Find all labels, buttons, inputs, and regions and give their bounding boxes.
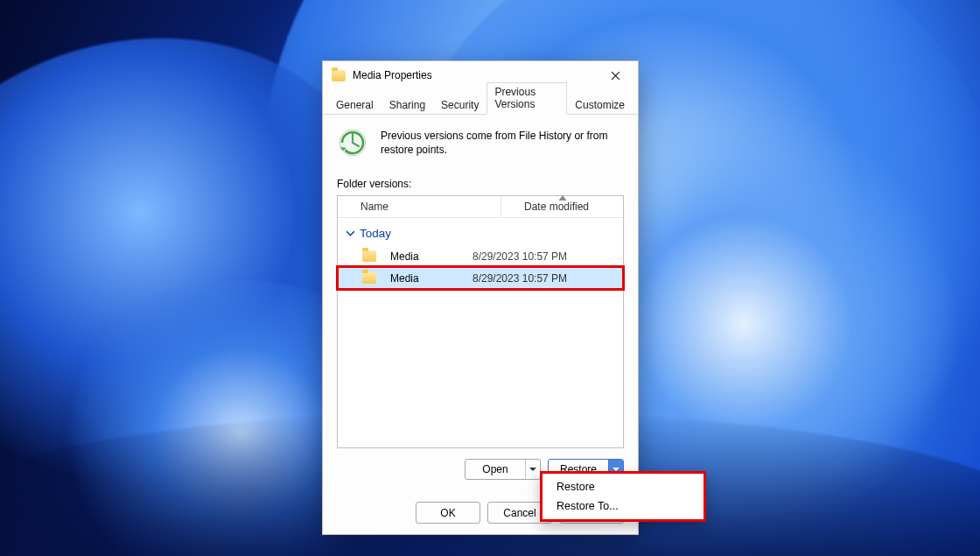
tab-customize[interactable]: Customize	[567, 95, 633, 115]
properties-dialog: Media Properties General Sharing Securit…	[322, 60, 639, 535]
tab-general[interactable]: General	[328, 95, 382, 115]
item-date: 8/29/2023 10:57 PM	[472, 272, 623, 285]
item-date: 8/29/2023 10:57 PM	[472, 250, 623, 263]
menu-item-restore-to[interactable]: Restore To...	[544, 496, 702, 516]
open-dropdown-button[interactable]	[525, 460, 540, 479]
folder-icon	[332, 70, 346, 81]
list-item[interactable]: Media 8/29/2023 10:57 PM	[338, 267, 623, 289]
folder-icon	[362, 272, 376, 284]
column-name[interactable]: Name	[338, 196, 500, 217]
ok-button[interactable]: OK	[416, 502, 480, 524]
open-button[interactable]: Open	[466, 460, 525, 479]
item-name: Media	[390, 272, 419, 285]
close-button[interactable]	[598, 63, 633, 88]
titlebar[interactable]: Media Properties	[323, 61, 638, 89]
close-icon	[611, 71, 620, 81]
chevron-down-icon	[529, 466, 536, 473]
sort-asc-icon	[558, 195, 566, 201]
list-header[interactable]: Name Date modified	[338, 196, 623, 218]
tab-sharing[interactable]: Sharing	[382, 95, 433, 115]
info-text: Previous versions come from File History…	[381, 127, 624, 157]
tab-previous-versions[interactable]: Previous Versions	[486, 82, 567, 115]
item-name: Media	[390, 250, 419, 263]
group-today[interactable]: Today	[338, 222, 623, 245]
folder-icon	[362, 250, 376, 262]
column-date[interactable]: Date modified	[500, 196, 623, 217]
list-item[interactable]: Media 8/29/2023 10:57 PM	[338, 245, 623, 267]
menu-item-restore[interactable]: Restore	[544, 477, 702, 496]
desktop-wallpaper: Media Properties General Sharing Securit…	[0, 0, 980, 556]
restore-menu: Restore Restore To...	[540, 471, 706, 522]
window-title: Media Properties	[353, 69, 598, 81]
chevron-down-icon	[345, 228, 356, 239]
section-label: Folder versions:	[337, 178, 624, 190]
file-history-icon	[337, 127, 368, 158]
tabstrip: General Sharing Security Previous Versio…	[323, 89, 638, 115]
versions-list: Name Date modified Today Media	[337, 195, 624, 448]
open-splitbutton: Open	[465, 459, 541, 480]
tab-security[interactable]: Security	[433, 95, 486, 115]
